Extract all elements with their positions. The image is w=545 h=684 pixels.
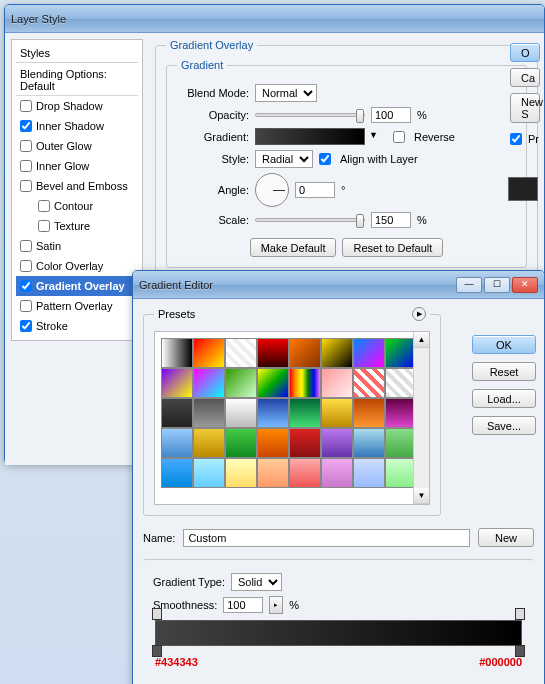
style-item-gradient-overlay[interactable]: Gradient Overlay — [16, 276, 138, 296]
ge-reset-button[interactable]: Reset — [472, 362, 536, 381]
opacity-value[interactable]: 100 — [371, 107, 411, 123]
style-checkbox[interactable] — [38, 220, 50, 232]
style-item-inner-shadow[interactable]: Inner Shadow — [16, 116, 138, 136]
ge-load-button[interactable]: Load... — [472, 389, 536, 408]
angle-dial[interactable] — [255, 173, 289, 207]
preset-swatch[interactable] — [289, 428, 321, 458]
new-style-button[interactable]: New S — [510, 93, 540, 123]
preset-swatch[interactable] — [225, 428, 257, 458]
preset-swatch[interactable] — [161, 428, 193, 458]
preset-swatch[interactable] — [321, 428, 353, 458]
style-item-pattern-overlay[interactable]: Pattern Overlay — [16, 296, 138, 316]
style-checkbox[interactable] — [20, 120, 32, 132]
blending-options-default[interactable]: Blending Options: Default — [16, 65, 138, 96]
preset-swatch[interactable] — [321, 338, 353, 368]
name-input[interactable] — [183, 529, 470, 547]
style-checkbox[interactable] — [38, 200, 50, 212]
preset-swatch[interactable] — [257, 428, 289, 458]
presets-menu-icon[interactable]: ▶ — [412, 307, 426, 321]
style-checkbox[interactable] — [20, 300, 32, 312]
align-with-layer-checkbox[interactable] — [319, 153, 331, 165]
style-item-outer-glow[interactable]: Outer Glow — [16, 136, 138, 156]
style-checkbox[interactable] — [20, 160, 32, 172]
layer-style-titlebar[interactable]: Layer Style — [5, 5, 544, 33]
scroll-down-icon[interactable]: ▼ — [414, 488, 429, 504]
opacity-stop-right[interactable] — [515, 608, 525, 620]
color-stop-right[interactable] — [515, 645, 525, 657]
style-item-texture[interactable]: Texture — [16, 216, 138, 236]
preset-swatch[interactable] — [257, 458, 289, 488]
preset-swatch[interactable] — [321, 458, 353, 488]
preset-swatch[interactable] — [193, 398, 225, 428]
reset-to-default-button[interactable]: Reset to Default — [342, 238, 443, 257]
smoothness-value[interactable]: 100 — [223, 597, 263, 613]
preset-swatch[interactable] — [321, 368, 353, 398]
preview-checkbox[interactable] — [510, 133, 522, 145]
style-item-contour[interactable]: Contour — [16, 196, 138, 216]
style-checkbox[interactable] — [20, 140, 32, 152]
scale-slider[interactable] — [255, 218, 365, 222]
maximize-icon[interactable]: ☐ — [484, 277, 510, 293]
preset-swatch[interactable] — [289, 458, 321, 488]
preset-swatch[interactable] — [193, 338, 225, 368]
preset-swatch[interactable] — [225, 398, 257, 428]
scale-value[interactable]: 150 — [371, 212, 411, 228]
reverse-checkbox[interactable] — [393, 131, 405, 143]
preset-swatch[interactable] — [161, 338, 193, 368]
preset-swatch[interactable] — [161, 368, 193, 398]
preset-swatch[interactable] — [289, 368, 321, 398]
preset-swatch[interactable] — [257, 398, 289, 428]
preset-swatch[interactable] — [353, 368, 385, 398]
preset-swatch[interactable] — [161, 458, 193, 488]
style-checkbox[interactable] — [20, 240, 32, 252]
preset-swatch[interactable] — [321, 398, 353, 428]
blend-mode-select[interactable]: Normal — [255, 84, 317, 102]
gradient-editor-titlebar[interactable]: Gradient Editor ― ☐ ✕ — [133, 271, 544, 299]
scroll-up-icon[interactable]: ▲ — [414, 332, 429, 348]
gradient-bar[interactable] — [155, 620, 522, 646]
styles-header[interactable]: Styles — [16, 44, 138, 63]
style-item-drop-shadow[interactable]: Drop Shadow — [16, 96, 138, 116]
preset-swatch[interactable] — [289, 398, 321, 428]
smoothness-spinner[interactable]: ▸ — [269, 596, 283, 614]
ok-button[interactable]: O — [510, 43, 540, 62]
preset-swatch[interactable] — [289, 338, 321, 368]
preset-swatch[interactable] — [257, 368, 289, 398]
style-checkbox[interactable] — [20, 180, 32, 192]
color-stop-left[interactable] — [152, 645, 162, 657]
ge-save-button[interactable]: Save... — [472, 416, 536, 435]
opacity-slider[interactable] — [255, 113, 365, 117]
ge-ok-button[interactable]: OK — [472, 335, 536, 354]
make-default-button[interactable]: Make Default — [250, 238, 337, 257]
preset-swatch[interactable] — [353, 338, 385, 368]
preset-swatch[interactable] — [193, 428, 225, 458]
preset-swatch[interactable] — [353, 398, 385, 428]
preset-swatch[interactable] — [225, 458, 257, 488]
style-select[interactable]: Radial — [255, 150, 313, 168]
preset-swatch[interactable] — [257, 338, 289, 368]
style-item-stroke[interactable]: Stroke — [16, 316, 138, 336]
preset-swatch[interactable] — [161, 398, 193, 428]
preset-swatch[interactable] — [225, 368, 257, 398]
cancel-button[interactable]: Ca — [510, 68, 540, 87]
minimize-icon[interactable]: ― — [456, 277, 482, 293]
opacity-stop-left[interactable] — [152, 608, 162, 620]
gradient-type-select[interactable]: Solid — [231, 573, 282, 591]
angle-value[interactable]: 0 — [295, 182, 335, 198]
preset-swatch[interactable] — [353, 458, 385, 488]
presets-scrollbar[interactable]: ▲ ▼ — [413, 332, 429, 504]
preset-swatch[interactable] — [193, 368, 225, 398]
preset-swatch[interactable] — [225, 338, 257, 368]
style-item-satin[interactable]: Satin — [16, 236, 138, 256]
style-item-inner-glow[interactable]: Inner Glow — [16, 156, 138, 176]
gradient-swatch[interactable] — [255, 128, 365, 145]
style-checkbox[interactable] — [20, 260, 32, 272]
style-item-color-overlay[interactable]: Color Overlay — [16, 256, 138, 276]
style-item-bevel-and-emboss[interactable]: Bevel and Emboss — [16, 176, 138, 196]
close-icon[interactable]: ✕ — [512, 277, 538, 293]
preset-swatch[interactable] — [353, 428, 385, 458]
new-button[interactable]: New — [478, 528, 534, 547]
style-checkbox[interactable] — [20, 320, 32, 332]
style-checkbox[interactable] — [20, 100, 32, 112]
style-checkbox[interactable] — [20, 280, 32, 292]
